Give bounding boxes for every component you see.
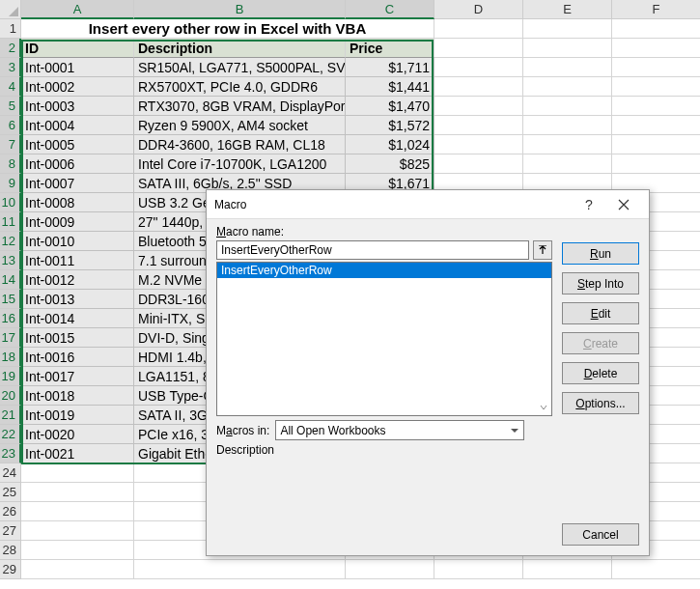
row-header[interactable]: 20 xyxy=(0,386,21,406)
cell[interactable] xyxy=(434,116,523,135)
table-cell-id[interactable]: Int-0013 xyxy=(21,290,134,309)
table-header-price[interactable]: Price xyxy=(346,39,434,58)
table-cell-id[interactable]: Int-0014 xyxy=(21,309,134,328)
cell[interactable] xyxy=(434,19,523,39)
cell[interactable] xyxy=(434,560,523,579)
cell[interactable] xyxy=(523,116,612,135)
step-into-button[interactable]: Step Into xyxy=(562,272,639,294)
edit-button[interactable]: Edit xyxy=(562,302,639,324)
row-header[interactable]: 24 xyxy=(0,463,21,483)
table-cell-desc[interactable]: Intel Core i7-10700K, LGA1200 xyxy=(134,154,346,174)
table-cell-id[interactable]: Int-0007 xyxy=(21,174,134,193)
table-cell-id[interactable]: Int-0003 xyxy=(21,97,134,116)
row-header[interactable]: 21 xyxy=(0,406,21,425)
row-header[interactable]: 25 xyxy=(0,483,21,502)
row-header[interactable]: 11 xyxy=(0,212,21,232)
table-cell-id[interactable]: Int-0021 xyxy=(21,444,134,463)
column-header[interactable]: F xyxy=(612,0,700,19)
table-cell-id[interactable]: Int-0017 xyxy=(21,367,134,386)
table-header-id[interactable]: ID xyxy=(21,39,134,58)
row-header[interactable]: 6 xyxy=(0,116,21,135)
row-header[interactable]: 28 xyxy=(0,541,21,560)
column-header[interactable]: A xyxy=(21,0,134,19)
close-button[interactable] xyxy=(606,191,641,218)
column-header[interactable]: C xyxy=(346,0,434,19)
table-cell-id[interactable]: Int-0019 xyxy=(21,406,134,425)
cell[interactable] xyxy=(612,19,700,39)
cell[interactable] xyxy=(21,521,134,541)
cell[interactable] xyxy=(523,19,612,39)
cell[interactable] xyxy=(134,560,346,579)
table-cell-price[interactable]: $1,711 xyxy=(346,58,434,77)
macros-in-select[interactable]: All Open Workbooks xyxy=(275,420,524,440)
row-header[interactable]: 8 xyxy=(0,154,21,174)
help-button[interactable]: ? xyxy=(572,191,606,218)
table-cell-id[interactable]: Int-0012 xyxy=(21,270,134,290)
row-header[interactable]: 22 xyxy=(0,425,21,444)
column-header[interactable]: D xyxy=(434,0,523,19)
row-header[interactable]: 7 xyxy=(0,135,21,154)
table-cell-id[interactable]: Int-0004 xyxy=(21,116,134,135)
row-header[interactable]: 23 xyxy=(0,444,21,463)
table-cell-id[interactable]: Int-0020 xyxy=(21,425,134,444)
cell[interactable] xyxy=(434,154,523,174)
row-header[interactable]: 17 xyxy=(0,328,21,348)
table-cell-id[interactable]: Int-0002 xyxy=(21,77,134,97)
cell[interactable] xyxy=(523,97,612,116)
table-cell-price[interactable]: $1,024 xyxy=(346,135,434,154)
cell[interactable] xyxy=(612,135,700,154)
cancel-button[interactable]: Cancel xyxy=(562,523,639,546)
table-cell-desc[interactable]: RX5700XT, PCIe 4.0, GDDR6 xyxy=(134,77,346,97)
cell[interactable] xyxy=(612,77,700,97)
macro-list[interactable]: InsertEveryOtherRow xyxy=(216,262,552,416)
table-cell-price[interactable]: $1,441 xyxy=(346,77,434,97)
select-all-corner[interactable] xyxy=(0,0,21,19)
row-header[interactable]: 19 xyxy=(0,367,21,386)
cell[interactable] xyxy=(434,97,523,116)
cell[interactable] xyxy=(612,58,700,77)
column-header[interactable]: B xyxy=(134,0,346,19)
row-header[interactable]: 9 xyxy=(0,174,21,193)
macro-list-item[interactable]: InsertEveryOtherRow xyxy=(217,263,551,278)
cell[interactable] xyxy=(434,58,523,77)
cell[interactable] xyxy=(612,154,700,174)
row-header[interactable]: 14 xyxy=(0,270,21,290)
cell[interactable] xyxy=(21,502,134,521)
table-cell-id[interactable]: Int-0011 xyxy=(21,251,134,270)
table-cell-id[interactable]: Int-0006 xyxy=(21,154,134,174)
reference-button[interactable] xyxy=(533,240,552,260)
row-header[interactable]: 12 xyxy=(0,232,21,251)
macro-name-input[interactable] xyxy=(216,240,529,260)
row-header[interactable]: 18 xyxy=(0,348,21,367)
cell[interactable] xyxy=(434,77,523,97)
table-cell-id[interactable]: Int-0016 xyxy=(21,348,134,367)
row-header[interactable]: 16 xyxy=(0,309,21,328)
scroll-down-icon[interactable] xyxy=(536,400,551,415)
delete-button[interactable]: Delete xyxy=(562,362,639,384)
cell[interactable] xyxy=(21,541,134,560)
column-header[interactable]: E xyxy=(523,0,612,19)
table-cell-id[interactable]: Int-0005 xyxy=(21,135,134,154)
row-header[interactable]: 29 xyxy=(0,560,21,579)
cell[interactable] xyxy=(523,39,612,58)
table-cell-desc[interactable]: Ryzen 9 5900X, AM4 socket xyxy=(134,116,346,135)
cell[interactable] xyxy=(346,560,434,579)
cell[interactable] xyxy=(612,560,700,579)
cell[interactable] xyxy=(21,463,134,483)
table-cell-desc[interactable]: SR150Al, LGA771, S5000PAL, SVGA xyxy=(134,58,346,77)
table-cell-id[interactable]: Int-0009 xyxy=(21,212,134,232)
table-cell-id[interactable]: Int-0001 xyxy=(21,58,134,77)
row-header[interactable]: 5 xyxy=(0,97,21,116)
table-cell-id[interactable]: Int-0015 xyxy=(21,328,134,348)
row-header[interactable]: 1 xyxy=(0,19,21,39)
row-header[interactable]: 26 xyxy=(0,502,21,521)
row-header[interactable]: 2 xyxy=(0,39,21,58)
table-cell-desc[interactable]: DDR4-3600, 16GB RAM, CL18 xyxy=(134,135,346,154)
row-header[interactable]: 10 xyxy=(0,193,21,212)
options-button[interactable]: Options... xyxy=(562,392,639,414)
cell[interactable] xyxy=(523,154,612,174)
row-header[interactable]: 15 xyxy=(0,290,21,309)
cell[interactable] xyxy=(21,483,134,502)
row-header[interactable]: 13 xyxy=(0,251,21,270)
cell[interactable] xyxy=(612,39,700,58)
